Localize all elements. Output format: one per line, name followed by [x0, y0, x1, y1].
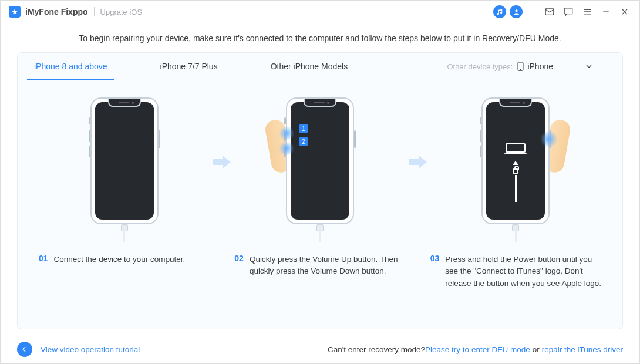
- step-description: Quickly press the Volume Up button. Then…: [250, 254, 406, 278]
- tab-iphone8-above[interactable]: iPhone 8 and above: [34, 53, 107, 80]
- phone-small-icon: [517, 62, 524, 71]
- tab-iphone7[interactable]: iPhone 7/7 Plus: [160, 53, 218, 80]
- step-3: 03 Press and hold the Power button until…: [427, 97, 605, 289]
- svg-point-4: [520, 69, 521, 70]
- step-number: 03: [430, 254, 440, 289]
- svg-rect-1: [545, 9, 554, 15]
- step-number: 01: [39, 254, 48, 265]
- phone-graphic-1: [83, 97, 166, 242]
- footer: View video operation tutorial Can't ente…: [1, 335, 639, 363]
- mail-icon[interactable]: [543, 5, 556, 18]
- tab-label: iPhone 7/7 Plus: [160, 62, 218, 71]
- svg-point-0: [515, 9, 517, 12]
- chevron-down-icon: [586, 65, 592, 68]
- tab-label: iPhone 8 and above: [34, 62, 107, 71]
- step-1: 01 Connect the device to your computer.: [35, 97, 213, 265]
- title-divider: [94, 7, 95, 16]
- cable-icon: [120, 224, 129, 242]
- titlebar: iMyFone Fixppo Upgrate iOS: [1, 1, 639, 23]
- footer-help-text: Can't enter recovery mode?: [328, 345, 425, 354]
- back-button[interactable]: [17, 342, 32, 357]
- app-logo-icon: [9, 6, 21, 18]
- connect-to-itunes-icon: [504, 143, 527, 202]
- step-description: Press and hold the Power button until yo…: [445, 254, 601, 289]
- cable-icon: [316, 224, 324, 242]
- phone-graphic-2: 1 2: [279, 97, 361, 242]
- badge-1: 1: [299, 124, 308, 133]
- tutorial-link[interactable]: View video operation tutorial: [41, 345, 140, 354]
- content-panel: iPhone 8 and above iPhone 7/7 Plus Other…: [17, 52, 623, 329]
- instruction-text: To begin repairing your device, make sur…: [1, 23, 639, 49]
- menu-icon[interactable]: [581, 5, 594, 18]
- device-type-select[interactable]: iPhone: [517, 62, 606, 71]
- step-description: Connect the device to your computer.: [54, 254, 186, 265]
- step-2: 1 2 02 Quickly press the Volume Up butto…: [231, 97, 409, 278]
- step-number: 02: [234, 254, 244, 278]
- tab-other-iphone[interactable]: Other iPhone Models: [271, 53, 348, 80]
- svg-rect-2: [564, 8, 572, 14]
- steps-row: 01 Connect the device to your computer. …: [18, 80, 622, 329]
- phone-graphic-3: [474, 97, 557, 242]
- arrow-icon: [213, 97, 231, 227]
- or-text: or: [533, 345, 540, 354]
- feedback-icon[interactable]: [562, 5, 575, 18]
- cable-icon: [511, 224, 520, 242]
- minimize-button[interactable]: [599, 5, 612, 18]
- tab-label: Other iPhone Models: [271, 62, 348, 71]
- close-button[interactable]: [618, 5, 631, 18]
- arrow-icon: [409, 97, 427, 227]
- badge-2: 2: [299, 137, 308, 146]
- app-window: iMyFone Fixppo Upgrate iOS To begin repa…: [0, 0, 640, 364]
- title-separator: [530, 6, 530, 17]
- device-tabs: iPhone 8 and above iPhone 7/7 Plus Other…: [18, 53, 622, 80]
- other-device-types-label: Other device types:: [447, 62, 513, 71]
- breadcrumb: Upgrate iOS: [100, 8, 143, 16]
- device-select-value: iPhone: [527, 62, 553, 71]
- account-icon[interactable]: [510, 5, 523, 18]
- music-icon[interactable]: [493, 5, 506, 18]
- repair-driver-link[interactable]: repair the iTunes driver: [542, 345, 623, 354]
- app-name: iMyFone Fixppo: [25, 7, 88, 16]
- dfu-mode-link[interactable]: Please try to enter DFU mode: [425, 345, 530, 354]
